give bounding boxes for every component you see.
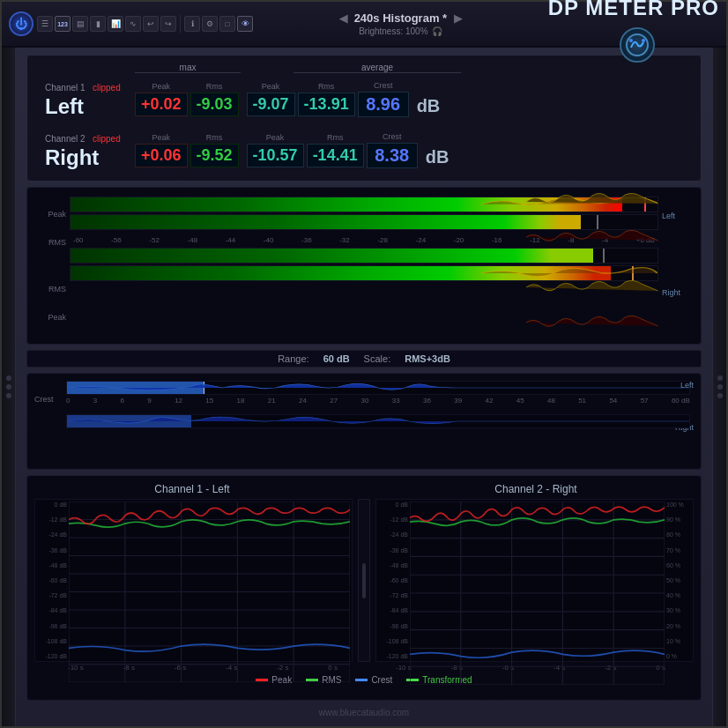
ch1-chart-svg	[69, 501, 350, 682]
ch1-avg-peak-label: Peak	[262, 82, 280, 91]
ch2-y-60db: -60 dB	[376, 577, 410, 583]
ch1-max-peak-val: +0.02	[141, 95, 182, 113]
channel2-row: Channel 2 clipped Right Peak +0.06	[38, 126, 690, 174]
pct-10: 10 %	[665, 638, 693, 644]
undo-icon[interactable]: ↩	[143, 16, 159, 32]
bars-inner: -60 -56 -52 -48 -44 -40 -36 -32 -28 -24 …	[70, 197, 658, 335]
crest-scale-3: 3	[93, 397, 97, 405]
left-rms-marker	[597, 215, 598, 229]
scale-0: +0 dB	[636, 236, 655, 244]
scale-28: -28	[377, 236, 388, 244]
crest-scale-9: 9	[147, 397, 151, 405]
scale-12: -12	[530, 236, 540, 244]
ch2-avg-peak-label: Peak	[266, 133, 285, 142]
ch2-crest-label: Crest	[383, 132, 402, 141]
scale-20: -20	[454, 236, 464, 244]
brightness-row: Brightness: 100% 🎧	[359, 26, 442, 36]
scale-48: -48	[188, 236, 198, 244]
crest-right-waveform	[67, 415, 689, 427]
svg-point-1	[629, 39, 633, 42]
ch2-label: Channel 2 clipped	[45, 130, 128, 145]
pct-30: 30 %	[665, 607, 693, 613]
header: ⏻ ☰ 123 ▤ ▮ 📊 ∿ ↩ ↪ ℹ ⚙ □ 👁 ◀ 240s Histo…	[2, 2, 726, 48]
nav-right-arrow[interactable]: ▶	[454, 12, 462, 25]
scale-52: -52	[149, 236, 160, 244]
save-icon[interactable]: □	[219, 16, 235, 32]
info-icon[interactable]: ℹ	[184, 16, 200, 32]
brand-title: DP METER PRO	[548, 0, 719, 20]
right-peak-waveform-svg	[481, 266, 657, 280]
ch2-y-labels: 0 dB -12 dB -24 dB -36 dB -48 dB -60 dB …	[376, 500, 410, 661]
crest-inner: Crest 0 3 6 9	[34, 377, 694, 465]
pct-20: 20 %	[665, 623, 693, 629]
chart-icon[interactable]: 📊	[108, 16, 123, 32]
crest-scale-12: 12	[175, 397, 182, 405]
crest-scale-21: 21	[268, 397, 276, 405]
chart-divider-space	[357, 483, 371, 495]
section-headers: max average	[38, 63, 690, 73]
y-120db: -120 dB	[35, 653, 69, 659]
chart-titles-row: Channel 1 - Left Channel 2 - Right	[34, 483, 694, 495]
right-peak-bar	[70, 265, 658, 281]
power-button[interactable]: ⏻	[9, 11, 33, 36]
rms-label-right: RMS	[34, 285, 66, 293]
pct-100: 100 %	[665, 501, 693, 508]
right-channel-label: Right	[662, 288, 694, 297]
eye-icon[interactable]: 👁	[237, 16, 253, 32]
legend-crest-color	[355, 679, 368, 681]
pct-70: 70 %	[665, 547, 693, 553]
waveform-icon[interactable]: ▤	[72, 16, 88, 32]
scale-row: -60 -56 -52 -48 -44 -40 -36 -32 -28 -24 …	[70, 232, 658, 248]
bars-icon[interactable]: ▮	[90, 16, 106, 32]
right-handle[interactable]	[712, 48, 726, 726]
settings-icon[interactable]: ⚙	[202, 16, 218, 32]
ch1-y-labels: 0 dB -12 dB -24 dB -36 dB -48 dB -60 dB …	[35, 500, 69, 661]
range-value[interactable]: 60 dB	[323, 353, 350, 364]
ch2-avg-rms-box: -14.41	[307, 144, 364, 167]
ch2-crest: Crest 8.38	[367, 132, 418, 168]
y-12db: -12 dB	[35, 516, 69, 523]
legend-crest: Crest	[355, 675, 392, 685]
ch2-label-text: Channel 2	[45, 134, 85, 144]
history-section: Channel 1 - Left Channel 2 - Right 0 dB …	[26, 475, 702, 701]
left-rms-bar	[70, 214, 658, 230]
ch1-max-peak-label: Peak	[152, 82, 171, 91]
ch2-avg-rms-val: -14.41	[313, 146, 358, 164]
ch2-y-96db: -96 dB	[376, 623, 410, 629]
ch2-name-box: Channel 2 clipped Right	[38, 126, 135, 174]
ch1-chart-title: Channel 1 - Left	[34, 483, 350, 495]
ch1-name-box: Channel 1 clipped Left	[38, 75, 135, 123]
ch2-max-rms-box: -9.52	[190, 144, 239, 167]
y-84db: -84 dB	[35, 607, 69, 613]
max-header: max	[135, 63, 241, 73]
chart-divider-handle[interactable]	[358, 499, 370, 662]
crest-scale: 0 3 6 9 12 15 18 21 24 27 30 33 36 39	[66, 397, 690, 405]
left-handle[interactable]	[2, 48, 16, 726]
redo-icon[interactable]: ↪	[160, 16, 176, 32]
scale-40: -40	[264, 236, 274, 244]
crest-scale-57: 57	[641, 397, 649, 405]
ch1-db: dB	[417, 96, 441, 116]
peak-label-left: Peak	[34, 210, 66, 219]
numbers-icon[interactable]: 123	[55, 16, 71, 32]
channels-section: max average Channel 1 clipped Left	[26, 55, 702, 182]
scale-32: -32	[339, 236, 350, 244]
squiggle-icon[interactable]: ∿	[125, 16, 141, 32]
ch2-avg-rms-label: Rms	[327, 133, 344, 142]
ch2-y-120db: -120 dB	[376, 653, 410, 659]
histogram-bars-area: Peak RMS RMS Peak	[34, 193, 694, 338]
ch2-y-72db: -72 dB	[376, 592, 410, 598]
pct-80: 80 %	[665, 531, 693, 538]
nav-left-arrow[interactable]: ◀	[339, 12, 347, 25]
ch2-chart: 0 dB -12 dB -24 dB -36 dB -48 dB -60 dB …	[375, 499, 694, 662]
range-label: Range:	[278, 353, 308, 364]
crest-scale-36: 36	[423, 397, 431, 405]
y-60db: -60 dB	[35, 577, 69, 583]
menu-icon[interactable]: ☰	[37, 16, 53, 32]
left-channel-label: Left	[662, 212, 694, 220]
ch1-label: Channel 1 clipped	[45, 78, 128, 94]
ch1-avg-peak-val: -9.07	[253, 95, 289, 113]
scale-16: -16	[492, 236, 502, 244]
ch1-max-peak-box: +0.02	[135, 93, 188, 116]
scale-value[interactable]: RMS+3dB	[405, 353, 450, 364]
